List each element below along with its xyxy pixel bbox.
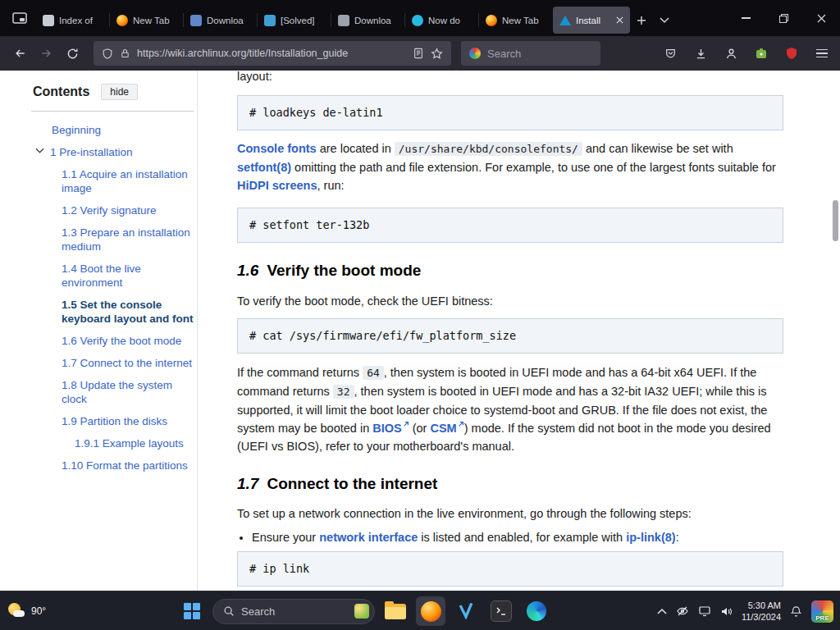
notification-bell-button[interactable]: [790, 605, 802, 618]
tab-download-1[interactable]: Downloa: [184, 7, 258, 34]
url-bar[interactable]: https://wiki.archlinux.org/title/Install…: [94, 41, 451, 66]
toc-item-1-1[interactable]: 1.1 Acquire an installation image: [31, 167, 194, 195]
reload-button[interactable]: [59, 40, 85, 66]
external-link-icon: [458, 421, 464, 427]
taskbar-search[interactable]: Search: [212, 599, 375, 624]
toc-item-1-6[interactable]: 1.6 Verify the boot mode: [31, 334, 194, 348]
toc-item-1-2[interactable]: 1.2 Verify signature: [31, 203, 194, 217]
weather-widget[interactable]: 90°: [7, 591, 46, 630]
toc-item-1-9[interactable]: 1.9 Partition the disks: [31, 414, 194, 428]
toc-item-1-7[interactable]: 1.7 Connect to the internet: [31, 356, 194, 370]
firefox-taskbar-button[interactable]: [416, 596, 445, 626]
heading-text: Verify the boot mode: [267, 262, 421, 279]
reader-view-icon[interactable]: [413, 48, 424, 59]
account-button[interactable]: [719, 42, 742, 65]
tab-now-do[interactable]: Now do: [405, 7, 479, 34]
code-block-cat-platform-size: # cat /sys/firmware/efi/fw_platform_size: [237, 318, 783, 354]
edge-button[interactable]: [522, 596, 551, 626]
link-setfont[interactable]: setfont(8): [237, 161, 291, 174]
forward-button[interactable]: [33, 40, 59, 66]
search-bar[interactable]: Search: [461, 41, 600, 66]
menu-button[interactable]: [810, 42, 833, 65]
collapse-chevron-icon[interactable]: [35, 148, 44, 154]
app-favicon: [412, 15, 423, 26]
tab-solved[interactable]: [Solved]: [258, 7, 331, 34]
toc-item-1-8[interactable]: 1.8 Update the system clock: [31, 378, 194, 406]
toc-item-1-3[interactable]: 1.3 Prepare an installation medium: [31, 226, 194, 253]
start-button[interactable]: [177, 596, 207, 626]
minimize-button[interactable]: [727, 0, 765, 36]
text: omitting the path and file extension. Fo…: [291, 161, 776, 174]
eye-slash-tray-button[interactable]: [676, 605, 689, 617]
code-text: # cat /sys/firmware/efi/fw_platform_size: [249, 329, 516, 342]
account-person-icon: [725, 48, 737, 60]
restore-button[interactable]: [765, 0, 802, 36]
plus-icon: [637, 16, 646, 25]
back-button[interactable]: [7, 40, 33, 66]
display-tray-button[interactable]: [698, 605, 711, 617]
text: are located in: [317, 142, 395, 155]
text: , run:: [317, 179, 345, 192]
tab-label: Install: [576, 16, 609, 25]
toc-item-pre-installation[interactable]: 1 Pre-installation: [50, 145, 133, 159]
table-of-contents: Contents hide Beginning 1 Pre-installati…: [31, 82, 194, 472]
folder-icon: [385, 604, 406, 619]
tab-installation-guide-active[interactable]: Install: [553, 7, 630, 34]
hidden-icons-chevron[interactable]: [657, 608, 667, 614]
blue-v-app-button[interactable]: [451, 596, 481, 626]
tab-label: Index of: [59, 16, 103, 25]
new-tab-button[interactable]: [630, 9, 653, 32]
toc-hide-button[interactable]: hide: [101, 84, 138, 100]
taskbar-search-placeholder: Search: [241, 605, 348, 618]
toc-item-1-4[interactable]: 1.4 Boot the live environment: [31, 262, 194, 290]
heading-verify-boot-mode: 1.6Verify the boot mode: [237, 260, 783, 281]
toc-item-1-10[interactable]: 1.10 Format the partitions: [31, 459, 194, 472]
code-text: # loadkeys de-latin1: [249, 106, 383, 119]
text: Ensure your: [252, 531, 319, 544]
heading-text: Connect to the internet: [267, 475, 437, 492]
toc-item-1-5-active[interactable]: 1.5 Set the console keyboard layout and …: [31, 298, 194, 326]
pocket-button[interactable]: [659, 42, 682, 65]
link-network-interface[interactable]: network interface: [319, 531, 418, 544]
link-csm[interactable]: CSM: [430, 422, 456, 435]
file-explorer-button[interactable]: [381, 596, 410, 626]
blue-v-app-icon: [457, 603, 475, 619]
scrollbar-thumb[interactable]: [833, 200, 838, 241]
extension-button[interactable]: [750, 42, 773, 65]
tracking-protection-shield-icon: [102, 48, 113, 60]
firefox-view-button[interactable]: [8, 7, 31, 30]
tab-close-icon[interactable]: [616, 16, 623, 24]
text: and can likewise be set with: [582, 142, 733, 155]
taskbar-clock[interactable]: 5:30 AM 11/3/2024: [742, 600, 781, 623]
chevron-up-icon: [657, 608, 667, 614]
firefox-view-icon: [12, 11, 27, 25]
tab-index-of[interactable]: Index of: [36, 7, 110, 34]
download-icon: [695, 48, 707, 60]
tab-download-2[interactable]: Downloa: [331, 7, 405, 34]
terminal-button[interactable]: [486, 596, 516, 626]
forum-favicon: [264, 15, 276, 26]
ublock-button[interactable]: [780, 42, 803, 65]
bookmark-star-icon[interactable]: [431, 48, 443, 60]
volume-tray-button[interactable]: [720, 606, 733, 617]
link-hidpi-screens[interactable]: HiDPI screens: [237, 179, 317, 192]
forward-arrow-icon: [40, 48, 52, 59]
insider-preview-badge[interactable]: PRE: [811, 600, 833, 623]
toc-item-beginning[interactable]: Beginning: [31, 123, 194, 137]
close-window-button[interactable]: [802, 0, 840, 36]
extension-puzzle-icon: [755, 47, 768, 60]
inline-code-consolefonts-path: /usr/share/kbd/consolefonts/: [395, 142, 582, 156]
navigation-toolbar: https://wiki.archlinux.org/title/Install…: [0, 36, 840, 71]
toc-item-1-9-1[interactable]: 1.9.1 Example layouts: [31, 436, 194, 450]
list-all-tabs-button[interactable]: [653, 9, 676, 32]
link-bios[interactable]: BIOS: [372, 422, 401, 435]
tab-label: New Tab: [133, 16, 177, 25]
link-ip-link[interactable]: ip-link(8): [626, 531, 675, 544]
tab-new-tab-1[interactable]: New Tab: [110, 7, 184, 34]
reload-icon: [66, 48, 79, 60]
page-favicon: [43, 15, 54, 26]
tab-new-tab-2[interactable]: New Tab: [479, 7, 553, 34]
link-console-fonts[interactable]: Console fonts: [237, 142, 317, 155]
eye-slash-icon: [676, 605, 689, 617]
downloads-button[interactable]: [689, 42, 712, 65]
